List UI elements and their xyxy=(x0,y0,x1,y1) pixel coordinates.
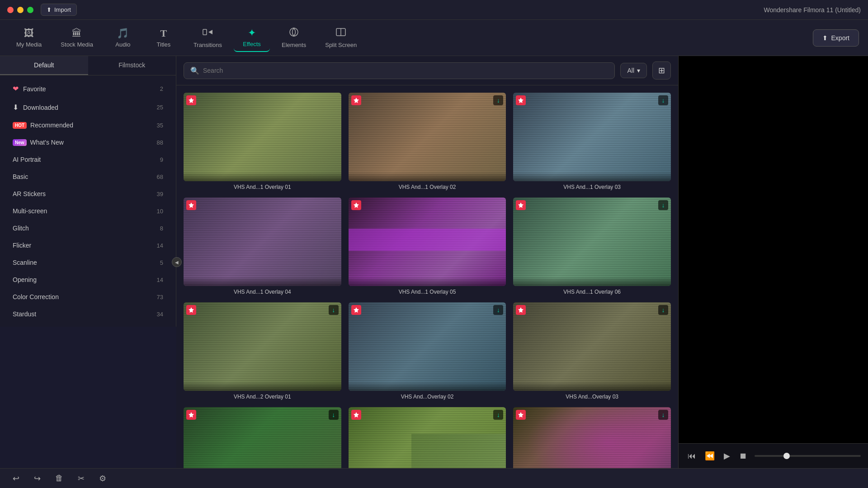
pro-badge xyxy=(351,305,361,315)
effect-thumbnail-12: ↓ xyxy=(513,407,671,468)
import-button[interactable]: ⬆ Import xyxy=(41,4,77,16)
sidebar-item-ar-stickers[interactable]: AR Stickers 39 xyxy=(4,186,172,202)
sidebar-item-stardust[interactable]: Stardust 34 xyxy=(4,306,172,322)
titles-icon: T xyxy=(160,28,167,39)
effect-card-4[interactable]: VHS And...1 Overlay 04 xyxy=(184,197,341,295)
audio-icon: 🎵 xyxy=(117,28,129,39)
effect-card-8[interactable]: ↓ VHS And...Overlay 02 xyxy=(349,302,506,400)
redo-button[interactable]: ↪ xyxy=(30,472,44,485)
step-back-button[interactable]: ⏪ xyxy=(703,449,717,463)
download-icon[interactable]: ↓ xyxy=(658,410,668,420)
settings-button[interactable]: ⚙ xyxy=(95,472,110,485)
import-label: Import xyxy=(54,6,71,13)
stock-media-label: Stock Media xyxy=(61,41,93,48)
export-button[interactable]: ⬆ Export xyxy=(813,29,859,47)
sidebar-item-multi-screen[interactable]: Multi-screen 10 xyxy=(4,203,172,219)
effect-card-2[interactable]: ↓ VHS And...1 Overlay 02 xyxy=(349,93,506,190)
main-layout: Default Filmstock ❤ Favorite 2 ⬇ Downloa… xyxy=(0,56,868,468)
sidebar-item-flicker[interactable]: Flicker 14 xyxy=(4,237,172,253)
my-media-icon: 🖼 xyxy=(24,28,34,39)
effect-card-10[interactable]: ↓ VHS And...Overlay 04 xyxy=(184,407,341,468)
sidebar-item-basic[interactable]: Basic 68 xyxy=(4,169,172,185)
download-icon[interactable]: ↓ xyxy=(658,200,668,210)
download-icon[interactable]: ↓ xyxy=(329,305,339,315)
filter-button[interactable]: All ▾ xyxy=(620,63,647,78)
sidebar-item-whats-new[interactable]: New What's New 88 xyxy=(4,134,172,150)
svg-marker-8 xyxy=(354,202,359,208)
svg-rect-0 xyxy=(203,29,207,35)
search-input[interactable] xyxy=(203,67,608,74)
toolbar-item-transitions[interactable]: Transitions xyxy=(186,23,229,52)
download-icon[interactable]: ↓ xyxy=(493,410,503,420)
effect-label-9: VHS And...Overlay 03 xyxy=(513,394,671,400)
grid-view-button[interactable]: ⊞ xyxy=(652,61,671,80)
download-icon[interactable]: ↓ xyxy=(493,95,503,105)
svg-marker-4 xyxy=(189,98,194,103)
filter-label: All xyxy=(627,67,634,74)
my-media-label: My Media xyxy=(16,41,42,48)
delete-button[interactable]: 🗑 xyxy=(52,472,67,485)
toolbar-item-audio[interactable]: 🎵 Audio xyxy=(105,24,141,52)
sidebar-item-count: 10 xyxy=(157,208,163,215)
rewind-button[interactable]: ⏮ xyxy=(686,450,698,463)
maximize-window-button[interactable] xyxy=(27,7,33,13)
sidebar-collapse-button[interactable]: ◀ xyxy=(172,257,182,267)
pro-badge xyxy=(516,95,526,105)
sidebar-item-label: Downloaded xyxy=(23,104,58,111)
svg-marker-9 xyxy=(518,202,524,208)
svg-marker-11 xyxy=(354,307,359,313)
toolbar-item-effects[interactable]: ✦ Effects xyxy=(234,23,270,52)
sidebar-tab-default[interactable]: Default xyxy=(0,56,88,75)
toolbar-item-elements[interactable]: Elements xyxy=(274,23,313,52)
play-button[interactable]: ▶ xyxy=(722,449,732,463)
sidebar-item-color-correction[interactable]: Color Correction 73 xyxy=(4,289,172,305)
preview-slider-thumb[interactable] xyxy=(783,453,790,459)
pro-badge xyxy=(186,95,196,105)
cut-button[interactable]: ✂ xyxy=(74,472,88,485)
stop-button[interactable]: ⏹ xyxy=(737,450,749,463)
sidebar-wrapper: Default Filmstock ❤ Favorite 2 ⬇ Downloa… xyxy=(0,56,176,468)
close-window-button[interactable] xyxy=(7,7,14,13)
toolbar-item-split-screen[interactable]: Split Screen xyxy=(318,23,364,52)
effect-card-11[interactable]: ↓ VHS And...Overlay 06 xyxy=(349,407,506,468)
effect-card-5[interactable]: VHS And...1 Overlay 05 xyxy=(349,197,506,295)
download-icon[interactable]: ↓ xyxy=(658,95,668,105)
sidebar-item-label: Glitch xyxy=(13,225,29,232)
transitions-label: Transitions xyxy=(193,42,222,48)
toolbar-item-stock-media[interactable]: 🏛 Stock Media xyxy=(53,24,100,52)
sidebar-item-downloaded[interactable]: ⬇ Downloaded 25 xyxy=(4,99,172,116)
effect-card-3[interactable]: ↓ VHS And...1 Overlay 03 xyxy=(513,93,671,190)
effect-card-12[interactable]: ↓ VHS And...Overlay 05 xyxy=(513,407,671,468)
effect-card-1[interactable]: VHS And...1 Overlay 01 xyxy=(184,93,341,190)
minimize-window-button[interactable] xyxy=(17,7,24,13)
sidebar: Default Filmstock ❤ Favorite 2 ⬇ Downloa… xyxy=(0,56,176,327)
sidebar-item-opening[interactable]: Opening 14 xyxy=(4,272,172,288)
new-badge: New xyxy=(13,139,27,146)
undo-button[interactable]: ↩ xyxy=(9,472,23,485)
effects-grid: VHS And...1 Overlay 01 ↓ VHS And...1 Ove… xyxy=(176,85,678,468)
preview-timeline-slider[interactable] xyxy=(755,455,861,457)
effect-card-9[interactable]: ↓ VHS And...Overlay 03 xyxy=(513,302,671,400)
toolbar-item-my-media[interactable]: 🖼 My Media xyxy=(9,24,49,52)
sidebar-item-ai-portrait[interactable]: AI Portrait 9 xyxy=(4,151,172,168)
effect-card-7[interactable]: ↓ VHS And...2 Overlay 01 xyxy=(184,302,341,400)
sidebar-item-scanline[interactable]: Scanline 5 xyxy=(4,254,172,271)
toolbar-item-titles[interactable]: T Titles xyxy=(146,24,182,52)
download-icon[interactable]: ↓ xyxy=(493,305,503,315)
search-bar: 🔍 xyxy=(184,62,615,79)
sidebar-item-recommended[interactable]: HOT Recommended 35 xyxy=(4,117,172,133)
transitions-icon xyxy=(203,27,212,40)
effect-thumbnail-2: ↓ xyxy=(349,93,506,181)
stock-media-icon: 🏛 xyxy=(72,28,82,39)
svg-marker-14 xyxy=(354,412,359,418)
download-icon[interactable]: ↓ xyxy=(658,305,668,315)
effect-card-6[interactable]: ↓ VHS And...1 Overlay 06 xyxy=(513,197,671,295)
pro-badge xyxy=(351,410,361,420)
sidebar-item-glitch[interactable]: Glitch 8 xyxy=(4,220,172,236)
toolbar: 🖼 My Media 🏛 Stock Media 🎵 Audio T Title… xyxy=(0,20,868,56)
effect-thumbnail-9: ↓ xyxy=(513,302,671,391)
sidebar-item-label: AR Stickers xyxy=(13,190,46,197)
download-icon[interactable]: ↓ xyxy=(329,410,339,420)
sidebar-item-favorite[interactable]: ❤ Favorite 2 xyxy=(4,80,172,98)
sidebar-tab-filmstock[interactable]: Filmstock xyxy=(88,56,176,75)
